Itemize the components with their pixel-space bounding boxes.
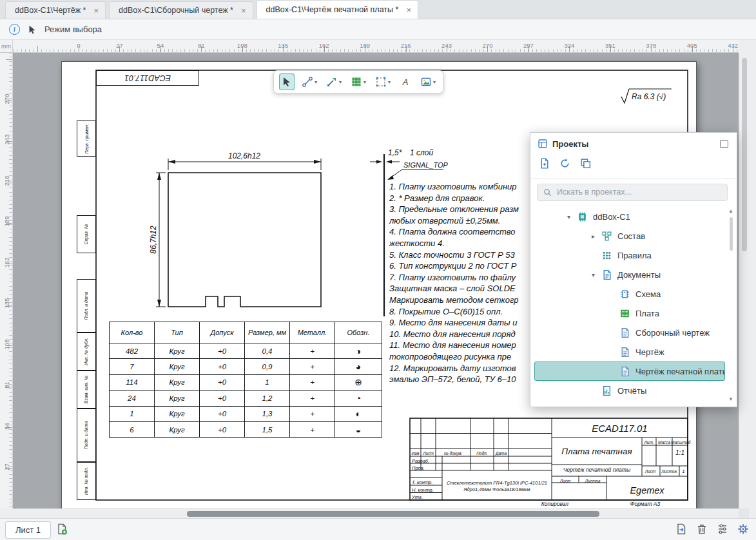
mode-bar: i Режим выбора [0, 19, 756, 40]
tab-close-icon[interactable]: × [241, 6, 246, 15]
add-sheet-icon[interactable] [55, 523, 68, 535]
ruler-label: 81 [3, 379, 10, 392]
hdr-list: Лист [421, 450, 436, 457]
layers-button[interactable] [716, 523, 729, 535]
chevron-down-icon[interactable]: ▾ [433, 79, 436, 85]
cursor-icon [27, 24, 37, 35]
select-tool-button[interactable] [279, 73, 295, 90]
chevron-down-icon[interactable]: ▾ [363, 79, 366, 85]
scroll-up-icon[interactable]: ▲ [728, 208, 733, 214]
chevron-down-icon[interactable]: ▾ [388, 79, 391, 85]
vertical-scrollbar-thumb[interactable] [742, 58, 747, 251]
tab-drawing[interactable]: ddBox-C1\Чертёж * × [5, 1, 106, 19]
drill-col-header: Обозн. [335, 322, 382, 343]
dim-height: 86,7h12 [149, 226, 158, 254]
vertical-scrollbar[interactable] [739, 53, 749, 508]
note-line: Маркировать методом сеткогр [389, 295, 519, 307]
tree-item[interactable]: Правила [534, 246, 725, 265]
region-tool-icon [375, 76, 387, 88]
projects-search-input[interactable]: Искать в проектах... [537, 184, 728, 201]
sheet-tab[interactable]: Лист 1 [5, 521, 51, 539]
margin-stamp: Справ. № [77, 215, 96, 253]
hdr-docnum: № докум. [436, 450, 470, 457]
chevron-down-icon[interactable]: ▾ [592, 271, 601, 278]
margin-stamp-label: Инв. № подл. [84, 467, 89, 495]
tree-item[interactable]: ▾Документы [534, 265, 725, 284]
probe-tool-button[interactable]: ▾ [324, 73, 344, 90]
text-tool-button[interactable]: A [398, 73, 413, 90]
drawing-toolbar: ▾▾▾▾A▾ [273, 70, 443, 93]
tree-item[interactable]: Чертёж [534, 342, 725, 362]
row-utv: Утв. [412, 494, 441, 501]
footer-format: Формат А3 [606, 501, 684, 507]
projects-tree: ▾ddBox-C1▸СоставПравила▾ДокументыСхемаПл… [534, 207, 725, 404]
drill-col-header: Кол-во [110, 322, 155, 343]
refresh-button[interactable] [559, 157, 571, 169]
mode-label: Режим выбора [44, 24, 102, 34]
export-button[interactable] [675, 523, 688, 535]
v-ruler: 270243216189162135108815427 [0, 53, 13, 508]
panel-scrollbar-thumb[interactable] [730, 217, 733, 251]
ruler-label: 135 [278, 42, 288, 49]
tree-item[interactable]: Сборочный чертеж [534, 323, 725, 342]
tree-item[interactable]: Схема [534, 284, 725, 304]
tree-item[interactable]: Чертёж печатной платы [534, 362, 725, 381]
image-tool-button[interactable]: ▾ [418, 73, 438, 90]
margin-stamp: Взам. инв. № [77, 371, 96, 409]
copy-sheet-label: Лист [552, 477, 579, 485]
drill-col-header: Размер, мм [245, 322, 290, 343]
tab-close-icon[interactable]: × [406, 6, 411, 14]
tree-item-label: Отчёты [617, 386, 646, 396]
documents-icon [601, 269, 612, 280]
hdr-podp: Подп. [470, 450, 494, 457]
chevron-down-icon[interactable]: ▾ [315, 79, 317, 85]
structure-icon [601, 231, 612, 242]
ruler-label: 405 [687, 42, 697, 49]
doc-icon [619, 347, 630, 358]
tree-item-label: Документы [617, 270, 661, 280]
probe-tool-icon [326, 76, 338, 88]
grid-tool-button[interactable]: ▾ [349, 73, 368, 90]
roughness-label: Ra 6.3 (√) [632, 92, 666, 101]
copy-button[interactable] [579, 157, 592, 169]
tree-item[interactable]: ▸Состав [534, 226, 725, 246]
scale-value: 1:1 [672, 449, 688, 456]
note-line: 11. Место для нанесения номер [389, 340, 519, 352]
doc-number: ECAD117.01 [552, 420, 688, 436]
mass-label: Масса [656, 439, 672, 446]
chevron-right-icon[interactable]: ▸ [592, 233, 601, 240]
margin-stamp-label: Подп. и дата [84, 421, 89, 450]
panel-divider [530, 178, 737, 179]
settings-button[interactable] [737, 523, 750, 535]
horizontal-scrollbar-thumb[interactable] [187, 511, 599, 517]
scroll-down-icon[interactable]: ▼ [728, 396, 733, 402]
title-block: ECAD117.01 Плата печатная Чертёж печатно… [410, 418, 688, 500]
tree-item[interactable]: Отчёты [534, 381, 725, 400]
measure-tool-button[interactable]: ▾ [300, 73, 319, 90]
board-icon [619, 308, 630, 319]
note-line: эмалью ЭП–572, белой, ТУ 6–10 [389, 374, 519, 386]
new-document-button[interactable] [538, 157, 550, 169]
tree-item[interactable]: Плата [534, 304, 725, 323]
ruler-label: 162 [3, 256, 10, 269]
region-tool-button[interactable]: ▾ [373, 73, 393, 90]
margin-stamp-label: Взам. инв. № [84, 376, 89, 403]
tab-close-icon[interactable]: × [93, 6, 99, 15]
tab-pcb-drawing[interactable]: ddBox-C1\Чертёж печатной платы * × [257, 0, 418, 19]
horizontal-scrollbar[interactable] [13, 508, 739, 518]
ruler-label: 378 [646, 42, 656, 49]
note-line: 2. * Размер для справок. [389, 193, 519, 205]
ruler-label: 108 [3, 338, 10, 351]
ruler-label: 270 [483, 42, 493, 49]
ruler-label: 81 [198, 42, 205, 49]
tree-item[interactable]: ▾ddBox-C1 [534, 207, 725, 226]
panel-dock-icon[interactable] [720, 140, 728, 148]
delete-button[interactable] [695, 523, 708, 535]
tab-assembly-drawing[interactable]: ddBox-C1\Сборочный чертеж * × [109, 1, 253, 19]
ruler-label: 351 [605, 42, 615, 49]
note-line: 3. Предельные отклонения разм [389, 204, 519, 216]
info-icon[interactable]: i [9, 24, 20, 35]
chevron-down-icon[interactable]: ▾ [567, 213, 577, 220]
chevron-down-icon[interactable]: ▾ [339, 79, 342, 85]
copy-sheets-label: Листов [579, 477, 606, 485]
